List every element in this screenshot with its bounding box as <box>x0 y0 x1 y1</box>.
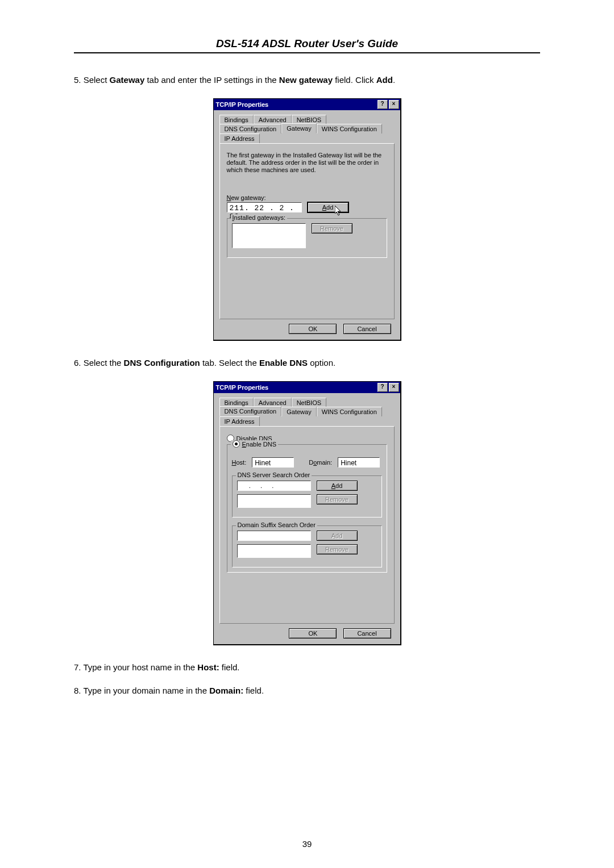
dns-server-input[interactable]: . . . <box>237 481 311 491</box>
domain-suffix-list[interactable] <box>237 544 311 558</box>
tab-ip-address[interactable]: IP Address <box>219 416 260 426</box>
titlebar[interactable]: TCP/IP Properties ? × <box>214 382 400 393</box>
page-number: 39 <box>74 839 540 849</box>
tab-dns-configuration[interactable]: DNS Configuration <box>219 124 282 133</box>
tab-wins-configuration[interactable]: WINS Configuration <box>317 407 382 416</box>
dns-remove-button[interactable]: Remove <box>317 494 358 504</box>
tab-gateway[interactable]: Gateway <box>281 407 316 416</box>
dialog-title: TCP/IP Properties <box>216 384 269 391</box>
remove-gateway-button[interactable]: Remove <box>312 223 352 233</box>
dns-server-list[interactable] <box>237 494 311 508</box>
domain-input[interactable]: Hinet <box>338 457 380 468</box>
tcpip-dialog-gateway: TCP/IP Properties ? × Bindings Advanced … <box>213 98 401 341</box>
gateway-help-text: The first gateway in the Installed Gatew… <box>227 152 387 174</box>
suffix-remove-button[interactable]: Remove <box>317 544 358 554</box>
host-input[interactable]: Hinet <box>252 457 294 468</box>
host-label: Host: <box>232 459 247 466</box>
enable-dns-radio[interactable]: Enable DNS <box>231 440 279 448</box>
help-button[interactable]: ? <box>377 383 388 392</box>
page-header: DSL-514 ADSL Router User's Guide <box>74 37 540 53</box>
domain-label: Domain: <box>309 459 332 466</box>
suffix-add-button[interactable]: Add <box>317 531 358 541</box>
cancel-button[interactable]: Cancel <box>343 324 391 334</box>
new-gateway-label: New gateway: <box>227 194 387 201</box>
ok-button[interactable]: OK <box>289 324 337 334</box>
tab-ip-address[interactable]: IP Address <box>219 133 260 143</box>
tab-dns-configuration[interactable]: DNS Configuration <box>219 406 282 416</box>
domain-suffix-label: Domain Suffix Search Order <box>236 521 317 528</box>
ok-button[interactable]: OK <box>289 628 337 639</box>
step6-text: 6. Select the DNS Configuration tab. Sel… <box>74 358 540 368</box>
help-button[interactable]: ? <box>377 100 388 109</box>
new-gateway-input[interactable]: 211. 22 . 2 . 89 <box>227 202 302 212</box>
close-button[interactable]: × <box>389 383 399 392</box>
dns-search-order-label: DNS Server Search Order <box>236 471 312 478</box>
step5-text: 5. Select Gateway tab and enter the IP s… <box>74 75 540 85</box>
step7-text: 7. Type in your host name in the Host: f… <box>74 662 540 672</box>
titlebar[interactable]: TCP/IP Properties ? × <box>214 99 400 110</box>
tab-wins-configuration[interactable]: WINS Configuration <box>317 124 382 133</box>
tab-bindings[interactable]: Bindings <box>219 115 254 124</box>
tab-netbios[interactable]: NetBIOS <box>292 398 326 407</box>
dialog-title: TCP/IP Properties <box>216 101 269 108</box>
installed-gateways-label: Installed gateways: <box>231 214 288 221</box>
tab-gateway[interactable]: Gateway <box>281 123 316 133</box>
step8-text: 8. Type in your domain name in the Domai… <box>74 686 540 695</box>
add-gateway-button[interactable]: Add <box>308 202 349 212</box>
tcpip-dialog-dns: TCP/IP Properties ? × Bindings Advanced … <box>213 381 401 645</box>
cancel-button[interactable]: Cancel <box>343 628 391 639</box>
installed-gateways-list[interactable] <box>232 223 306 248</box>
dns-add-button[interactable]: Add <box>317 481 358 491</box>
domain-suffix-input[interactable] <box>237 531 311 541</box>
close-button[interactable]: × <box>389 100 399 109</box>
